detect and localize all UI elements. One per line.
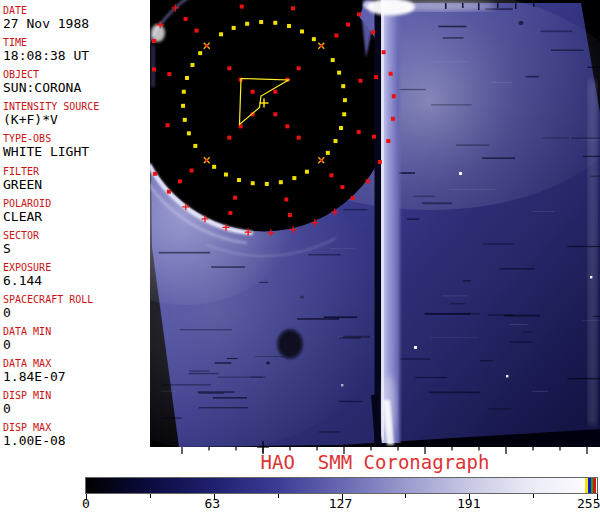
- colorbar-tick-label: 127: [329, 496, 352, 511]
- star-speck: [414, 346, 417, 349]
- fiducial-dot: [237, 178, 241, 182]
- field-value: GREEN: [3, 178, 42, 192]
- pylon-core-line: [382, 0, 385, 440]
- noise-streak: [485, 8, 512, 10]
- noise-streak: [540, 30, 572, 32]
- colorbar: 063127191255: [85, 477, 599, 512]
- fiducial-dot: [340, 185, 344, 189]
- fiducial-dot: [167, 190, 171, 194]
- fiducial-dot: [178, 179, 182, 183]
- fiducial-dot: [326, 151, 330, 155]
- fiducial-dot: [343, 98, 347, 102]
- colorbar-tick: [533, 494, 534, 498]
- noise-streak: [339, 401, 362, 402]
- dust-blob: [278, 330, 303, 359]
- field-spacecraft-roll: SPACECRAFT ROLL0: [3, 293, 93, 320]
- noise-streak-light: [430, 337, 477, 338]
- noise-streak: [189, 373, 219, 375]
- fiducial-dot: [331, 58, 335, 62]
- field-value: WHITE LIGHT: [3, 145, 89, 159]
- fiducial-dot: [190, 63, 194, 67]
- fiducial-dot: [228, 211, 232, 215]
- colorbar-tick-label: 191: [457, 496, 480, 511]
- fiducial-x-center: [206, 159, 208, 161]
- field-value: 0: [3, 338, 51, 352]
- noise-streak: [189, 371, 209, 372]
- fiducial-dot: [287, 24, 291, 28]
- field-label: SPACECRAFT ROLL: [3, 293, 93, 306]
- fiducial-dot: [391, 117, 395, 121]
- field-value: S: [3, 242, 39, 256]
- noise-streak: [415, 377, 447, 378]
- dark-speck: [519, 21, 524, 25]
- fiducial-dot: [273, 21, 277, 25]
- noise-streak: [463, 280, 471, 281]
- field-disp-min: DISP MIN0: [3, 389, 51, 416]
- field-value: 18:08:38 UT: [3, 49, 89, 63]
- noise-streak: [425, 313, 471, 315]
- fiducial-dot: [166, 123, 170, 127]
- noise-streak: [499, 268, 534, 270]
- fiducial-dot: [378, 160, 382, 164]
- fiducial-x-center: [320, 159, 322, 161]
- fiducial-dot: [184, 17, 188, 21]
- noise-streak: [483, 243, 514, 244]
- fiducial-dot: [334, 139, 338, 143]
- right-edge-glow: [588, 80, 597, 425]
- noise-streak: [159, 252, 210, 254]
- noise-streak: [211, 266, 245, 267]
- coronagraph-viewer: DATE27 Nov 1988TIME18:08:38 UTOBJECTSUN:…: [0, 0, 600, 512]
- fiducial-dot: [339, 126, 343, 130]
- fiducial-dot: [273, 90, 277, 94]
- star-speck: [590, 276, 592, 278]
- fiducial-dot: [190, 169, 194, 173]
- fiducial-x-center: [206, 45, 208, 47]
- noise-streak: [504, 315, 540, 317]
- noise-streak: [324, 316, 358, 318]
- noise-streak: [591, 176, 600, 177]
- noise-streak-light: [532, 211, 554, 212]
- field-value: CLEAR: [3, 210, 51, 224]
- field-value: 0: [3, 402, 51, 416]
- fiducial-dot: [330, 173, 334, 177]
- field-object: OBJECTSUN:CORONA: [3, 68, 81, 95]
- field-label: POLAROID: [3, 197, 51, 210]
- noise-streak: [180, 329, 232, 330]
- noise-streak: [543, 137, 569, 138]
- colorbar-tick-label: 255: [577, 496, 600, 511]
- field-time: TIME18:08:38 UT: [3, 36, 89, 63]
- noise-streak: [443, 37, 464, 39]
- noise-streak: [319, 431, 340, 432]
- fiducial-dot: [334, 33, 338, 37]
- colorbar-gradient: [85, 477, 598, 494]
- noise-streak-light: [492, 82, 512, 83]
- noise-streak: [251, 377, 266, 378]
- field-data-max: DATA MAX1.84E-07: [3, 357, 66, 384]
- field-polaroid: POLAROIDCLEAR: [3, 197, 51, 224]
- fiducial-dot: [198, 51, 202, 55]
- fiducial-dot: [357, 12, 361, 16]
- field-sector: SECTORS: [3, 229, 39, 256]
- fiducial-dot: [392, 94, 396, 98]
- fiducial-dot: [337, 71, 341, 75]
- noise-streak: [215, 362, 232, 364]
- pylon-bottom-flare: [382, 375, 396, 435]
- star-speck: [341, 384, 343, 386]
- field-value: 0: [3, 306, 93, 320]
- pylon-bright-strip: [381, 0, 402, 443]
- fiducial-dot: [153, 172, 157, 176]
- field-intensity-source: INTENSITY SOURCE(K+F)*V: [3, 100, 99, 127]
- noise-streak-light: [449, 189, 495, 190]
- fiducial-dot: [366, 179, 370, 183]
- noise-streak: [551, 49, 584, 50]
- fiducial-dot: [357, 130, 361, 134]
- fiducial-dot: [358, 79, 362, 83]
- fiducial-dot: [284, 197, 288, 201]
- fiducial-dot: [219, 32, 223, 36]
- fiducial-dot: [297, 66, 301, 70]
- field-date: DATE27 Nov 1988: [3, 4, 89, 31]
- field-exposure: EXPOSURE6.144: [3, 261, 51, 288]
- noise-streak: [523, 332, 532, 333]
- fiducial-dot: [259, 20, 263, 24]
- colorbar-tick: [405, 494, 406, 498]
